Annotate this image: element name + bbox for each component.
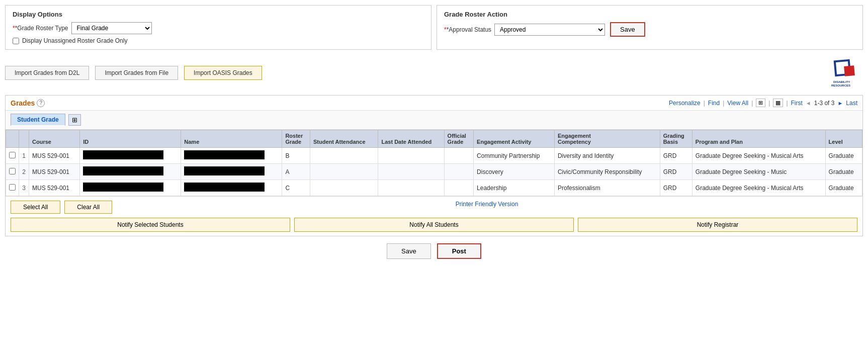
row-roster-grade-1[interactable]: B [282,148,310,164]
post-button[interactable]: Post [437,243,481,259]
notify-registrar-button[interactable]: Notify Registrar [578,218,857,232]
row-last-date-3 [378,180,444,196]
col-id: ID [80,130,181,148]
row-id-2 [80,164,181,180]
row-official-grade-2 [444,164,473,180]
grade-roster-type-label: **Grade Roster Type [13,25,68,32]
row-name-2 [181,164,282,180]
notify-all-students-button[interactable]: Notify All Students [294,218,574,232]
view-all-link[interactable]: View All [727,100,748,107]
last-link[interactable]: Last [846,100,857,107]
row-grading-basis-3: GRD [660,180,692,196]
table-row: 2 MUS 529-001 A Discovery Civic/Communit… [6,164,862,180]
display-options-title: Display Options [13,11,424,18]
svg-text:DISABILITY: DISABILITY [833,80,850,83]
display-unassigned-row: Display Unassigned Roster Grade Only [13,37,424,44]
prev-arrow[interactable]: ◄ [806,100,811,106]
approval-status-row: **Approval Status Approved Not Reviewed … [444,22,855,37]
approval-status-select[interactable]: Approved Not Reviewed Ready for Review [494,24,605,36]
row-level-1: Graduate [825,148,862,164]
notify-selected-students-button[interactable]: Notify Selected Students [11,218,290,232]
grades-table: Course ID Name RosterGrade Student Atten… [6,130,862,196]
row-course-1: MUS 529-001 [29,148,80,164]
row-last-date-1 [378,148,444,164]
list-view-icon[interactable]: ▦ [773,99,783,107]
bottom-actions: Select All Clear All Printer Friendly Ve… [6,196,862,236]
row-grading-basis-1: GRD [660,148,692,164]
disability-resources-svg: DISABILITY RESOURCES [829,59,862,87]
save-button-bottom[interactable]: Save [387,243,431,259]
tab-student-grade[interactable]: Student Grade [11,114,65,126]
personalize-link[interactable]: Personalize [669,100,701,107]
row-id-1 [80,148,181,164]
row-grading-basis-2: GRD [660,164,692,180]
row-checkbox-3[interactable] [9,184,16,191]
import-d2l-button[interactable]: Import Grades from D2L [5,66,89,80]
row-level-3: Graduate [825,180,862,196]
row-checkbox-cell[interactable] [6,164,19,180]
row-student-attendance-2 [310,164,378,180]
row-engagement-competency-2: Civic/Community Responsibility [554,164,660,180]
row-program-plan-1: Graduate Degree Seeking - Musical Arts [692,148,825,164]
col-level: Level [825,130,862,148]
grades-section: Grades ? Personalize | Find | View All |… [5,95,863,236]
row-num-1: 1 [19,148,29,164]
grades-table-body: 1 MUS 529-001 B Community Partnership Di… [6,148,862,196]
select-all-button[interactable]: Select All [11,201,60,214]
approval-status-label: **Approval Status [444,26,491,33]
col-official-grade: OfficialGrade [444,130,473,148]
display-unassigned-checkbox[interactable] [13,38,19,44]
col-roster-grade: RosterGrade [282,130,310,148]
clear-all-button[interactable]: Clear All [64,201,112,214]
grades-title: Grades [11,99,35,107]
grid-view-icon[interactable]: ⊞ [756,99,765,107]
col-student-attendance: Student Attendance [310,130,378,148]
row-last-date-2 [378,164,444,180]
printer-friendly-link[interactable]: Printer Friendly Version [116,201,857,208]
row-checkbox-cell[interactable] [6,148,19,164]
grade-roster-type-select[interactable]: Final Grade Midterm Grade Other [71,22,152,34]
row-engagement-activity-1: Community Partnership [474,148,555,164]
grades-nav: Personalize | Find | View All | ⊞ | ▦ | … [669,99,857,107]
col-course: Course [29,130,80,148]
row-checkbox-1[interactable] [9,152,16,158]
row-roster-grade-2[interactable]: A [282,164,310,180]
col-checkbox [6,130,19,148]
display-unassigned-label: Display Unassigned Roster Grade Only [22,37,127,44]
row-course-3: MUS 529-001 [29,180,80,196]
row-student-attendance-3 [310,180,378,196]
row-roster-grade-3[interactable]: C [282,180,310,196]
final-actions: Save Post [5,236,863,263]
col-grading-basis: GradingBasis [660,130,692,148]
grade-roster-action-title: Grade Roster Action [444,11,855,18]
redacted-id-2 [83,166,163,175]
save-button-top[interactable]: Save [610,22,645,37]
import-row: Import Grades from D2L Import Grades fro… [5,56,863,90]
first-link[interactable]: First [791,100,803,107]
row-official-grade-1 [444,148,473,164]
import-oasis-button[interactable]: Import OASIS Grades [184,66,262,80]
next-arrow[interactable]: ► [837,100,843,106]
disability-resources-logo: DISABILITY RESOURCES [828,58,863,88]
row-name-3 [181,180,282,196]
row-checkbox-cell[interactable] [6,180,19,196]
svg-rect-2 [844,65,855,76]
find-link[interactable]: Find [708,100,720,107]
col-name: Name [181,130,282,148]
grades-header: Grades ? Personalize | Find | View All |… [6,96,862,111]
redacted-id-3 [83,183,163,192]
tab-columns-icon[interactable]: ⊞ [68,114,81,126]
help-icon[interactable]: ? [37,99,45,107]
redacted-name-3 [184,183,265,192]
display-options-panel: Display Options **Grade Roster Type Fina… [5,5,431,50]
row-num-2: 2 [19,164,29,180]
row-program-plan-3: Graduate Degree Seeking - Musical Arts [692,180,825,196]
page-wrapper: Display Options **Grade Roster Type Fina… [0,0,868,268]
row-level-2: Graduate [825,164,862,180]
table-row: 1 MUS 529-001 B Community Partnership Di… [6,148,862,164]
row-checkbox-2[interactable] [9,168,16,174]
row-engagement-activity-2: Discovery [474,164,555,180]
col-last-date-attended: Last Date Attended [378,130,444,148]
select-clear-row: Select All Clear All Printer Friendly Ve… [11,201,857,214]
import-file-button[interactable]: Import Grades from File [95,66,178,80]
